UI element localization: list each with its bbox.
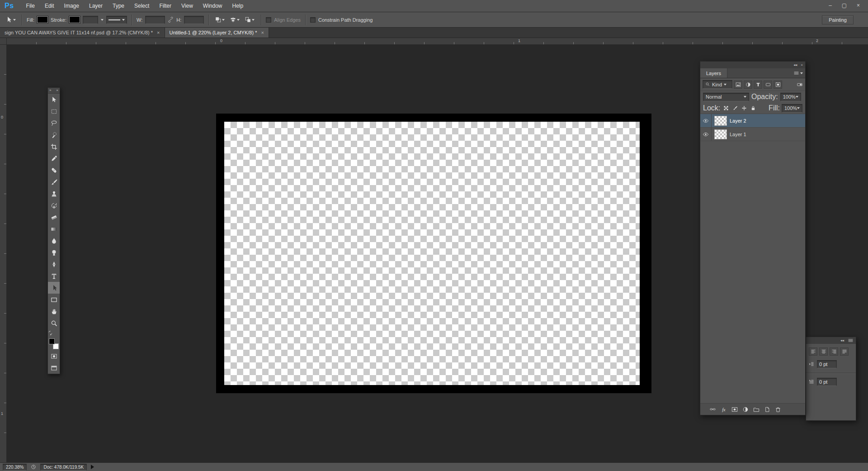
close-panel-icon[interactable]: × [801,63,803,67]
width-field[interactable] [145,16,165,24]
new-layer-icon[interactable] [764,406,770,413]
horizontal-ruler[interactable]: 012 [7,38,868,45]
document-tab-2[interactable]: Untitled-1 @ 220% (Layer 2, CMYK/8) *× [165,28,269,38]
panel-menu-icon[interactable] [793,68,805,78]
menu-layer[interactable]: Layer [84,0,108,12]
tab-layers[interactable]: Layers [700,68,727,78]
rectangular-marquee-tool[interactable] [48,105,60,117]
tools-panel-header[interactable]: » × [48,88,60,94]
tool-preset-picker[interactable] [4,15,17,24]
document-canvas[interactable] [216,114,651,393]
lasso-tool[interactable] [48,117,60,129]
foreground-color-swatch[interactable] [49,338,55,344]
path-alignment-button[interactable] [228,15,241,24]
constrain-path-dragging-checkbox[interactable] [310,17,316,23]
stroke-width-dropdown-icon[interactable] [101,19,104,21]
gradient-tool[interactable] [48,223,60,235]
pixel-filter-icon[interactable] [734,81,742,89]
link-dimensions-icon[interactable] [168,17,174,23]
menu-select[interactable]: Select [129,0,154,12]
layer-thumbnail[interactable] [715,130,726,139]
justify-last-left-icon[interactable] [840,347,849,356]
layer-row-layer-1[interactable]: Layer 1 [700,128,805,141]
zoom-level-field[interactable]: 220.38% [3,464,27,471]
layer-name[interactable]: Layer 1 [730,132,746,137]
blur-tool[interactable] [48,235,60,247]
spot-healing-brush-tool[interactable] [48,164,60,176]
crop-tool[interactable] [48,141,60,152]
eraser-tool[interactable] [48,211,60,223]
layer-group-icon[interactable] [753,406,760,413]
menu-help[interactable]: Help [227,0,249,12]
zoom-tool[interactable] [48,317,60,329]
layer-mask-icon[interactable] [731,406,738,413]
link-layers-icon[interactable] [709,406,716,412]
dodge-tool[interactable] [48,247,60,258]
menu-file[interactable]: File [21,0,40,12]
stroke-width-field[interactable] [83,16,98,24]
lock-pixels-icon[interactable] [731,105,739,112]
history-brush-tool[interactable] [48,200,60,211]
path-selection-tool[interactable] [48,282,60,294]
layer-visibility-eye-icon[interactable] [700,128,712,141]
status-flyout-arrow-icon[interactable] [91,465,94,469]
transparency-checkerboard[interactable] [224,122,640,385]
align-right-icon[interactable] [830,347,838,356]
shape-filter-icon[interactable] [764,81,772,89]
stroke-style-dropdown[interactable] [106,16,127,24]
menu-window[interactable]: Window [198,0,227,12]
layer-visibility-eye-icon[interactable] [700,114,712,127]
lock-position-icon[interactable] [740,105,748,112]
pen-tool[interactable] [48,258,60,270]
ruler-origin-corner[interactable] [0,38,7,45]
minimize-button[interactable]: – [824,2,837,10]
eyedropper-tool[interactable] [48,152,60,164]
align-edges-checkbox[interactable] [266,17,271,23]
vertical-ruler[interactable]: 01 [0,45,7,462]
stroke-swatch[interactable] [69,16,80,23]
hand-tool[interactable] [48,305,60,317]
fill-swatch[interactable] [37,16,48,23]
collapse-panel-icon[interactable]: ◂◂ [840,338,844,343]
adjustment-filter-icon[interactable] [744,81,752,89]
menu-filter[interactable]: Filter [154,0,176,12]
menu-image[interactable]: Image [59,0,84,12]
close-panel-icon[interactable]: × [56,88,58,93]
document-size-field[interactable]: Doc: 478.0K/119.5K [40,464,87,471]
menu-type[interactable]: Type [108,0,129,12]
filter-toggle-switch[interactable] [797,82,803,87]
fill-opacity-field[interactable]: 100% [782,104,802,113]
layer-row-layer-2[interactable]: Layer 2 [700,114,805,128]
quick-mask-button[interactable] [48,350,60,362]
restore-button[interactable]: ▢ [838,2,851,10]
close-button[interactable]: × [852,2,865,10]
height-field[interactable] [184,16,204,24]
tab-close-icon[interactable]: × [157,30,160,35]
type-tool[interactable] [48,270,60,282]
move-tool[interactable] [48,94,60,105]
delete-layer-icon[interactable] [775,406,781,413]
menu-edit[interactable]: Edit [40,0,59,12]
opacity-field[interactable]: 100% [780,93,801,101]
screen-mode-button[interactable] [48,362,60,374]
align-left-icon[interactable] [809,347,817,356]
path-arrangement-button[interactable] [243,15,256,24]
document-tab-1[interactable]: sign YOU CAN AWAYS GIVE IT 11x14 nf.psd … [0,28,165,38]
swap-colors-icon[interactable] [48,329,53,336]
tab-close-icon[interactable]: × [261,30,264,35]
indent-left-field[interactable]: 0 pt [817,360,837,368]
panel-menu-icon[interactable] [848,338,854,343]
path-operations-button[interactable] [213,15,226,24]
collapse-panel-icon[interactable]: » [49,88,51,93]
foreground-background-swatches[interactable] [49,338,59,349]
filter-kind-dropdown[interactable]: Kind [703,80,732,89]
lock-transparency-icon[interactable] [722,105,730,112]
lock-all-icon[interactable] [749,105,757,112]
quick-selection-tool[interactable] [48,129,60,141]
adjustment-layer-icon[interactable] [742,406,749,413]
clone-stamp-tool[interactable] [48,188,60,200]
layer-name[interactable]: Layer 2 [730,118,746,124]
rectangle-tool[interactable] [48,294,60,305]
layer-thumbnail[interactable] [715,116,726,125]
layer-effects-icon[interactable]: fx [721,406,727,413]
